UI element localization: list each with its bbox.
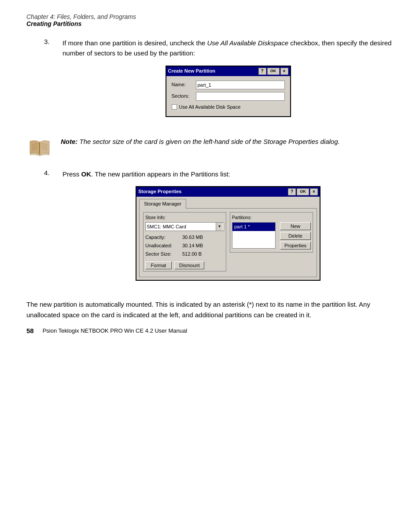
storage-dialog-container: Storage Properties ? OK × Storage Manage…	[63, 186, 394, 281]
page-footer: 58 Psion Teklogix NETBOOK PRO Win CE 4.2…	[26, 327, 394, 334]
storage-ok-button[interactable]: OK	[297, 188, 309, 195]
action-buttons-row: Format Dismount	[145, 261, 224, 269]
new-button[interactable]: New	[280, 222, 311, 230]
two-col-layout: Store Info: SMC1: MMC Card ▼	[143, 212, 313, 274]
footer-title: Psion Teklogix NETBOOK PRO Win CE 4.2 Us…	[43, 327, 188, 334]
partition-item-empty	[232, 231, 275, 240]
note-label: Note:	[61, 138, 77, 145]
use-all-checkbox[interactable]	[172, 104, 177, 110]
note-text: Note: The sector size of the card is giv…	[61, 136, 340, 147]
help-button[interactable]: ?	[258, 68, 266, 75]
sectors-label: Sectors:	[172, 92, 196, 100]
properties-button[interactable]: Properties	[280, 242, 311, 249]
info-grid: Capacity: 30.63 MB Unallocated: 30.14 MB	[145, 234, 224, 258]
partition-list: part 1 *	[232, 222, 276, 249]
partitions-label: Partitions:	[232, 214, 311, 221]
step-3-number: 3.	[44, 38, 55, 126]
partitions-group: Partitions: part 1 *	[230, 212, 313, 253]
sector-row: Sector Size: 512.00 B	[145, 250, 224, 258]
checkbox-label: Use All Available Disk Space	[179, 103, 241, 111]
create-partition-body: Name: Sectors: Use All Available Disk Sp…	[166, 76, 290, 116]
unallocated-value: 30.14 MB	[182, 242, 203, 249]
checkbox-row: Use All Available Disk Space	[172, 103, 285, 111]
step-list: 3. If more than one partition is desired…	[44, 38, 394, 126]
store-info-label: Store Info:	[145, 214, 224, 221]
sector-label: Sector Size:	[145, 250, 181, 258]
partitions-list-col: part 1 *	[232, 222, 276, 250]
create-partition-dialog-container: Create New Partition ? OK × Name:	[63, 66, 394, 117]
dropdown-arrow-icon: ▼	[216, 223, 223, 231]
store-info-box: Store Info: SMC1: MMC Card ▼	[143, 212, 226, 274]
storage-close-button[interactable]: ×	[310, 188, 318, 195]
sectors-row: Sectors:	[172, 92, 285, 101]
name-label: Name:	[172, 81, 196, 88]
capacity-row: Capacity: 30.63 MB	[145, 234, 224, 241]
name-row: Name:	[172, 81, 285, 89]
section-title: Creating Partitions	[26, 20, 394, 27]
storage-titlebar-buttons: ? OK ×	[288, 188, 318, 195]
capacity-label: Capacity:	[145, 234, 181, 241]
create-partition-titlebar: Create New Partition ? OK ×	[166, 66, 290, 76]
store-dropdown-value: SMC1: MMC Card	[147, 223, 186, 231]
create-partition-title: Create New Partition	[168, 67, 216, 75]
body-text: The new partition is automatically mount…	[26, 299, 394, 320]
step-list-2: 4. Press OK. The new partition appears i…	[44, 169, 394, 290]
step-4-number: 4.	[44, 169, 55, 290]
delete-button[interactable]: Delete	[280, 232, 311, 240]
step-3-content: If more than one partition is desired, u…	[63, 38, 394, 126]
step-3: 3. If more than one partition is desired…	[44, 38, 394, 126]
side-buttons: New Delete Properties	[280, 222, 311, 250]
unallocated-row: Unallocated: 30.14 MB	[145, 242, 224, 249]
storage-content: Store Info: SMC1: MMC Card ▼	[139, 208, 317, 278]
step-4: 4. Press OK. The new partition appears i…	[44, 169, 394, 290]
ok-bold: OK	[81, 170, 92, 178]
store-dropdown[interactable]: SMC1: MMC Card ▼	[145, 222, 224, 231]
name-input[interactable]	[196, 81, 285, 89]
storage-titlebar: Storage Properties ? OK ×	[136, 187, 320, 197]
ok-title-button[interactable]: OK	[267, 68, 280, 75]
partition-item-1[interactable]: part 1 *	[232, 223, 275, 231]
capacity-value: 30.63 MB	[182, 234, 203, 241]
partitions-layout: part 1 * New Delete Properties	[232, 222, 311, 250]
create-partition-dialog: Create New Partition ? OK × Name:	[166, 66, 291, 117]
step-4-content: Press OK. The new partition appears in t…	[63, 169, 394, 290]
store-info-group: Store Info: SMC1: MMC Card ▼	[143, 212, 226, 272]
format-button[interactable]: Format	[145, 261, 172, 269]
storage-dialog: Storage Properties ? OK × Storage Manage…	[136, 186, 321, 281]
unallocated-label: Unallocated:	[145, 242, 181, 249]
dismount-button[interactable]: Dismount	[174, 261, 204, 269]
store-dropdown-row: SMC1: MMC Card ▼	[145, 222, 224, 231]
book-icon	[28, 138, 51, 157]
partitions-box: Partitions: part 1 *	[230, 212, 313, 274]
storage-manager-tab[interactable]: Storage Manager	[139, 199, 186, 209]
sectors-input[interactable]	[196, 92, 285, 101]
tab-bar: Storage Manager	[136, 197, 320, 208]
chapter-title: Chapter 4: Files, Folders, and Programs	[26, 13, 394, 20]
close-button[interactable]: ×	[280, 68, 288, 75]
note-icon	[26, 136, 53, 158]
note-box: Note: The sector size of the card is giv…	[26, 136, 394, 158]
note-body: The sector size of the card is given on …	[80, 138, 340, 145]
storage-help-button[interactable]: ?	[288, 188, 296, 195]
footer-page-number: 58	[26, 327, 34, 334]
sector-value: 512.00 B	[182, 250, 202, 258]
titlebar-buttons: ? OK ×	[258, 68, 288, 75]
chapter-header: Chapter 4: Files, Folders, and Programs …	[26, 13, 394, 27]
storage-title: Storage Properties	[138, 188, 181, 195]
